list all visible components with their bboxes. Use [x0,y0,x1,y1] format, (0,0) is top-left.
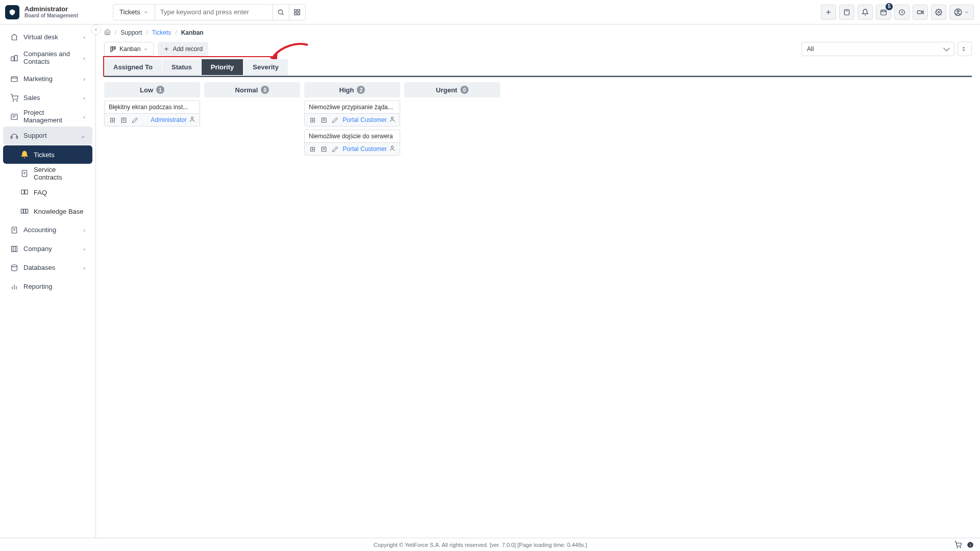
chevron-right-icon: › [83,227,85,233]
sidebar-item-company[interactable]: Company› [3,240,92,258]
search-module-label: Tickets [119,8,140,16]
kanban-card[interactable]: Niemożliwe przypisanie żąda...Portal Cus… [304,101,400,127]
sidebar-item-label: Reporting [23,283,85,291]
search-button[interactable] [273,5,289,20]
kanban-column-title: Normal [235,86,258,94]
tab-priority[interactable]: Priority [202,59,244,75]
search-module-select[interactable]: Tickets [113,5,155,20]
sidebar-item-databases[interactable]: Databases› [3,259,92,277]
sidebar-item-accounting[interactable]: Accounting› [3,221,92,239]
breadcrumb-parent[interactable]: Tickets [152,29,172,36]
nav-icon [10,264,18,272]
svg-rect-37 [25,190,28,194]
details-card-button[interactable] [320,145,327,153]
expand-card-button[interactable] [309,116,316,123]
assignee-name: Portal Customer [342,116,387,123]
sidebar-item-project-management[interactable]: Project Management› [3,108,92,126]
kanban-card[interactable]: Niemożliwe dojście do serweraPortal Cust… [304,130,400,156]
details-card-button[interactable] [320,116,327,123]
edit-card-button[interactable] [131,116,138,123]
view-switch-label: Kanban [119,45,140,53]
sidebar-item-companies-and-contacts[interactable]: Companies and Contacts› [3,47,92,69]
nav-icon [10,75,18,83]
sidebar-subitem-label: Tickets [34,151,55,159]
svg-point-72 [391,117,393,119]
sidebar-subitem-knowledge-base[interactable]: Knowledge Base [3,202,92,220]
sidebar-subitem-service-contracts[interactable]: Service Contracts [3,164,92,183]
info-icon: i [967,541,974,548]
svg-rect-13 [881,10,887,14]
sidebar-item-virtual-desk[interactable]: Virtual desk› [3,28,92,46]
global-search-input[interactable] [155,5,273,20]
sidebar-collapse-button[interactable] [91,24,101,35]
svg-rect-51 [111,46,112,52]
svg-point-80 [957,547,958,547]
expand-card-button[interactable] [109,116,116,123]
nav-icon [20,151,29,159]
svg-point-19 [938,11,940,13]
svg-rect-5 [298,13,300,15]
kanban-column-count: 0 [261,86,269,94]
svg-marker-56 [963,47,965,48]
kanban-column-count: 0 [460,86,469,94]
add-record-label: Add record [173,45,203,53]
sidebar-subitem-tickets[interactable]: Tickets [3,145,92,164]
kanban-column-header: Normal0 [204,82,300,97]
sidebar-subitem-faq[interactable]: FAQ [3,183,92,202]
quick-create-button[interactable] [821,5,836,20]
notifications-button[interactable] [857,5,873,20]
brand-logo[interactable] [5,5,19,19]
advanced-search-button[interactable] [289,5,305,20]
breadcrumb-module[interactable]: Support [120,29,142,36]
qr-icon [293,9,301,16]
kanban-card[interactable]: Błękitny ekran podczas inst...Administra… [104,101,200,127]
sidebar-item-sales[interactable]: Sales› [3,89,92,107]
chevron-down-icon [143,10,149,15]
edit-card-button[interactable] [331,145,338,153]
kanban-card-assignee[interactable]: Portal Customer [342,116,396,124]
user-menu-button[interactable] [949,5,974,20]
edit-card-button[interactable] [331,116,338,123]
calculator-button[interactable] [839,5,854,20]
sidebar-subitem-label: FAQ [34,189,47,196]
cart-button[interactable] [954,541,962,548]
svg-rect-28 [11,114,17,120]
kanban-icon [110,46,116,53]
expand-card-button[interactable] [309,145,316,153]
chevron-right-icon: › [83,246,85,252]
breadcrumb-current: Kanban [181,29,204,36]
sidebar-item-support[interactable]: Support⌄ [3,127,92,145]
add-record-button[interactable]: Add record [158,42,208,56]
kanban-column-title: Low [140,86,153,94]
user-icon [389,116,396,124]
svg-point-81 [960,547,961,547]
sidebar-item-label: Databases [23,264,78,272]
details-card-button[interactable] [120,116,127,123]
tab-assigned-to[interactable]: Assigned To [104,59,162,75]
svg-rect-22 [11,57,14,61]
sidebar-item-marketing[interactable]: Marketing› [3,70,92,88]
app-header: Administrator Board of Management Ticket… [0,0,980,24]
kanban-column-title: Urgent [436,86,457,94]
kanban-column-count: 1 [156,86,164,94]
chat-button[interactable] [913,5,928,20]
chevron-right-icon: › [83,55,85,61]
kanban-card-assignee[interactable]: Portal Customer [342,145,396,153]
calendar-button[interactable]: 5 [876,5,891,20]
sidebar-item-reporting[interactable]: Reporting [3,278,92,296]
breadcrumb-home[interactable] [104,29,111,37]
info-button[interactable]: i [967,541,974,548]
tab-status[interactable]: Status [162,59,202,75]
nav-icon [10,226,18,234]
sort-button[interactable] [958,42,972,56]
sidebar-item-label: Company [23,245,78,253]
tab-severity[interactable]: Severity [243,59,288,75]
calendar-count-badge: 5 [886,3,893,10]
breadcrumb-sep: / [115,29,116,36]
kanban-card-assignee[interactable]: Administrator [151,116,195,124]
view-switch-button[interactable]: Kanban [104,42,154,56]
filter-select[interactable]: All [801,42,954,56]
history-button[interactable] [894,5,910,20]
svg-point-47 [12,265,17,267]
settings-button[interactable] [931,5,946,20]
